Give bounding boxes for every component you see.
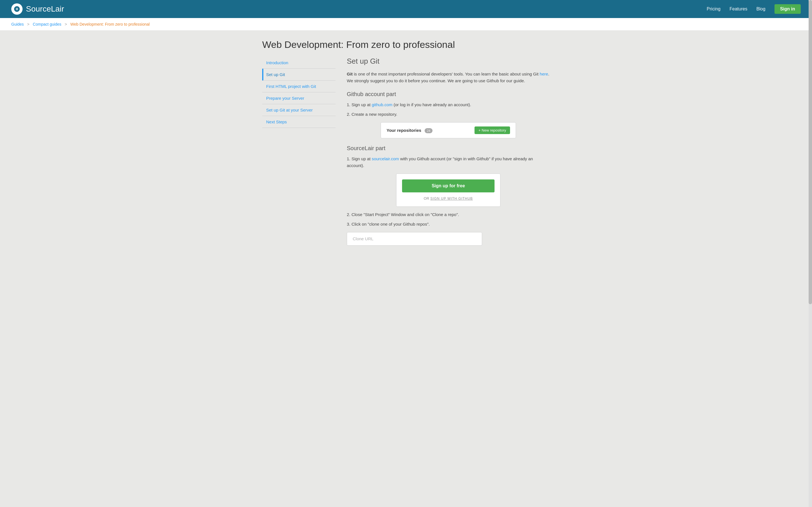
intro-link[interactable]: here bbox=[540, 71, 548, 76]
breadcrumb-sep1: > bbox=[27, 22, 29, 26]
nav-features[interactable]: Features bbox=[730, 6, 748, 11]
github-link[interactable]: github.com bbox=[371, 102, 392, 107]
repo-count: 24 bbox=[424, 128, 433, 133]
clone-label: Clone URL bbox=[353, 236, 373, 241]
breadcrumb-current: Web Development: From zero to profession… bbox=[70, 22, 149, 26]
section2-title: SourceLair part bbox=[347, 145, 550, 152]
sidebar-item-setup-git-server[interactable]: Set up Git at your Server bbox=[262, 104, 336, 116]
step1-text: 1. Sign up at github.com (or log in if y… bbox=[347, 101, 550, 108]
sourcelair-link[interactable]: sourcelair.com bbox=[371, 156, 399, 161]
signup-free-button[interactable]: Sign up for free bbox=[402, 179, 495, 192]
sidebar-item-next-steps[interactable]: Next Steps bbox=[262, 116, 336, 128]
repo-label: Your repositories bbox=[387, 128, 421, 133]
signup-or-area: OR SIGN UP WITH GITHUB bbox=[402, 196, 495, 201]
logo-area: SourceLair bbox=[11, 3, 64, 15]
breadcrumb-compact-guides[interactable]: Compact guides bbox=[33, 22, 61, 26]
sl-step2-text: 2. Close "Start Project" Window and clic… bbox=[347, 211, 550, 218]
logo-text: SourceLair bbox=[26, 4, 64, 13]
scrollbar[interactable] bbox=[809, 0, 812, 259]
logo-icon bbox=[11, 3, 22, 15]
article-intro: Git is one of the most important profess… bbox=[347, 71, 550, 84]
intro-text: is one of the most important professiona… bbox=[353, 71, 540, 76]
article: Set up Git Git is one of the most import… bbox=[347, 57, 550, 250]
sidebar: Introduction Set up Git First HTML proje… bbox=[262, 57, 336, 250]
signin-button[interactable]: Sign in bbox=[774, 4, 801, 14]
nav-area: Pricing Features Blog Sign in bbox=[707, 4, 801, 14]
breadcrumb-sep2: > bbox=[64, 22, 67, 26]
scrollbar-thumb[interactable] bbox=[809, 0, 812, 259]
signup-github-link[interactable]: SIGN UP WITH GITHUB bbox=[430, 196, 473, 201]
nav-blog[interactable]: Blog bbox=[756, 6, 765, 11]
repo-label-area: Your repositories 24 bbox=[387, 128, 433, 133]
sl-step3-text: 3. Click on "clone one of your Github re… bbox=[347, 221, 550, 228]
breadcrumb: Guides > Compact guides > Web Developmen… bbox=[0, 18, 812, 31]
step2-text: 2. Create a new repository. bbox=[347, 111, 550, 118]
clone-url-box: Clone URL bbox=[347, 232, 482, 245]
sidebar-item-introduction[interactable]: Introduction bbox=[262, 57, 336, 69]
new-repository-button[interactable]: + New repository bbox=[474, 126, 510, 134]
header: SourceLair Pricing Features Blog Sign in bbox=[0, 0, 812, 18]
repository-box: Your repositories 24 + New repository bbox=[380, 122, 516, 138]
sidebar-item-html-project[interactable]: First HTML project with Git bbox=[262, 80, 336, 93]
page-title: Web Development: From zero to profession… bbox=[262, 39, 550, 50]
section1-title: Github account part bbox=[347, 91, 550, 98]
breadcrumb-guides[interactable]: Guides bbox=[11, 22, 24, 26]
sidebar-item-prepare-server[interactable]: Prepare your Server bbox=[262, 93, 336, 104]
sidebar-item-setup-git[interactable]: Set up Git bbox=[262, 69, 336, 80]
main-wrapper: Web Development: From zero to profession… bbox=[251, 31, 561, 259]
sl-step1-text: 1. Sign up at sourcelair.com with you Gi… bbox=[347, 156, 550, 169]
signup-or-text: OR bbox=[424, 196, 429, 201]
content-area: Introduction Set up Git First HTML proje… bbox=[262, 57, 550, 250]
article-main-title: Set up Git bbox=[347, 57, 550, 66]
signup-box: Sign up for free OR SIGN UP WITH GITHUB bbox=[396, 173, 500, 207]
intro-bold: Git bbox=[347, 71, 353, 76]
nav-pricing[interactable]: Pricing bbox=[707, 6, 721, 11]
